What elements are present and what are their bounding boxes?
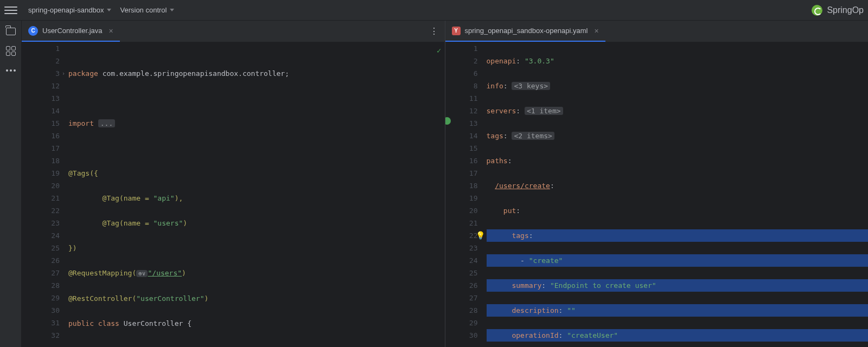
right-tab-bar: Y spring_openapi_sandbox-openapi.yaml × (445, 21, 869, 42)
right-code-content[interactable]: openapi: "3.0.3" info: <3 keys> servers:… (482, 42, 869, 347)
left-editor-pane: C UserController.java × ⋮ 1 2 ›3 12 13 1… (22, 21, 445, 347)
tab-usercontroller[interactable]: C UserController.java × (22, 21, 120, 42)
bulb-icon[interactable]: 💡 (476, 229, 485, 242)
tab-filename: spring_openapi_sandbox-openapi.yaml (465, 27, 588, 35)
java-class-icon: C (28, 26, 38, 36)
right-editor-pane: Y spring_openapi_sandbox-openapi.yaml × … (445, 21, 869, 347)
spring-icon (812, 5, 822, 16)
left-gutter: 1 2 ›3 12 13 14 15 16 17 18 19 20 21 22 … (22, 42, 64, 347)
left-code-area[interactable]: 1 2 ›3 12 13 14 15 16 17 18 19 20 21 22 … (22, 42, 445, 347)
more-tool-icon[interactable] (4, 64, 17, 77)
top-header: spring-openapi-sandbox Version control S… (0, 0, 868, 21)
project-tool-icon[interactable] (4, 25, 17, 38)
chevron-down-icon (170, 9, 174, 11)
project-name: spring-openapi-sandbox (28, 6, 104, 14)
tab-filename: UserController.java (42, 27, 103, 35)
close-icon[interactable]: × (109, 27, 113, 35)
left-code-content[interactable]: ✓ package com.example.springopenapisandb… (64, 42, 445, 347)
structure-tool-icon[interactable] (4, 44, 17, 57)
endpoint-gutter-icon[interactable] (445, 117, 451, 125)
project-selector[interactable]: spring-openapi-sandbox (24, 4, 116, 16)
right-code-area[interactable]: ▶1 2 6 8 11 12 13 14 15 16 17 18 19 20 2… (445, 42, 869, 347)
right-gutter: ▶1 2 6 8 11 12 13 14 15 16 17 18 19 20 2… (445, 42, 482, 347)
vcs-label: Version control (120, 6, 167, 14)
tab-openapi-yaml[interactable]: Y spring_openapi_sandbox-openapi.yaml × (445, 21, 605, 42)
left-tab-bar: C UserController.java × ⋮ (22, 21, 445, 42)
menu-icon[interactable] (4, 4, 17, 17)
run-config-label[interactable]: SpringOp (827, 5, 864, 15)
close-icon[interactable]: × (594, 27, 598, 35)
yaml-file-icon: Y (452, 27, 461, 35)
chevron-down-icon (107, 9, 111, 11)
tab-kebab-menu[interactable]: ⋮ (423, 21, 445, 42)
inspection-ok-icon[interactable]: ✓ (437, 44, 441, 57)
left-toolbar (0, 21, 22, 347)
vcs-menu[interactable]: Version control (116, 4, 178, 16)
